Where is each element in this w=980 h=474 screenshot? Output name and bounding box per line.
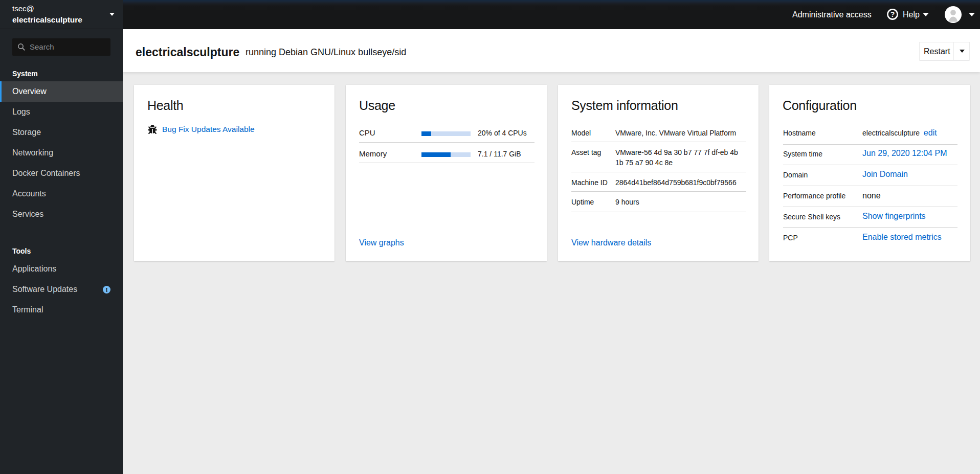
svg-text:?: ? — [890, 10, 895, 18]
